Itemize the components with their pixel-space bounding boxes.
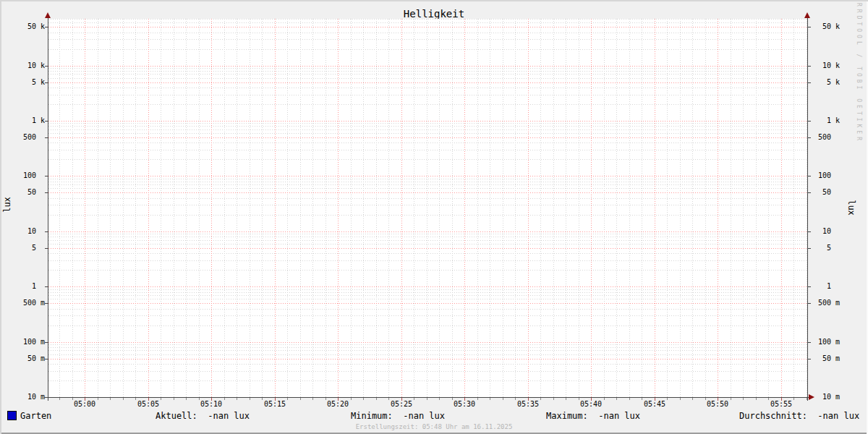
y-axis-tick-right [808, 359, 811, 359]
gridline-major-v [464, 19, 465, 397]
gridline-major-h [48, 248, 808, 249]
x-axis-minor-tick [135, 398, 136, 400]
gridline-major-h [48, 121, 808, 122]
y-tick-label-right: 500 m [818, 299, 840, 307]
gridline-minor-h [48, 22, 808, 23]
gridline-minor-v [59, 19, 60, 397]
gridline-minor-h [48, 350, 808, 351]
x-axis-minor-tick [540, 398, 541, 400]
gridline-minor-v [300, 19, 301, 397]
gridline-minor-h [48, 68, 808, 69]
gridline-minor-v [414, 19, 414, 397]
gridline-minor-v [616, 19, 617, 397]
gridline-minor-v [237, 19, 237, 397]
y-tick-label-left: 500 m [23, 299, 45, 307]
x-axis-minor-tick [186, 398, 187, 400]
x-axis-minor-tick [768, 398, 769, 400]
y-tick-label-left: 10 m [23, 393, 45, 401]
gridline-minor-h [48, 179, 808, 179]
x-axis-minor-tick [553, 398, 554, 400]
x-tick-label: 05:25 [390, 400, 413, 409]
y-tick-label-right: 1 k [818, 116, 840, 125]
x-tick-label: 05:10 [200, 400, 223, 409]
y-axis-line-right [807, 14, 808, 401]
y-axis-tick-right [808, 303, 811, 304]
x-axis-minor-tick [793, 398, 794, 400]
x-axis-minor-tick [642, 398, 642, 400]
gridline-minor-h [48, 354, 808, 355]
y-tick-label-left: 50 m [23, 354, 45, 363]
y-tick-label-right: 10 k [818, 61, 840, 70]
gridline-minor-h [48, 237, 808, 237]
x-axis-minor-tick [616, 398, 617, 400]
y-tick-label-left: 500 [23, 133, 45, 142]
x-tick-label: 05:00 [73, 400, 96, 409]
gridline-minor-v [72, 19, 73, 397]
gridline-minor-v [351, 19, 352, 397]
x-tick-label: 05:40 [579, 400, 603, 409]
stat-aktuell: Aktuell: -nan lux [156, 411, 250, 421]
gridline-minor-v [110, 19, 111, 397]
gridline-minor-h [48, 74, 808, 75]
x-axis-minor-tick [376, 398, 377, 400]
stat-durchschnitt: Durchschnitt: -nan lux [739, 411, 859, 421]
x-axis-minor-tick [515, 398, 516, 400]
gridline-minor-h [48, 244, 808, 244]
gridline-major-v [591, 19, 592, 397]
x-tick-label: 05:55 [770, 400, 793, 409]
gridline-major-h [48, 342, 808, 343]
x-axis-minor-tick [250, 398, 250, 400]
y-tick-label-right: 5 k [818, 78, 840, 87]
gridline-minor-h [48, 380, 808, 381]
y-axis-tick-right [808, 342, 811, 343]
x-axis-minor-tick [59, 398, 60, 400]
gridline-minor-h [48, 129, 808, 130]
gridline-minor-h [48, 104, 808, 105]
gridline-minor-v [793, 19, 794, 397]
y-axis-tick-right [808, 286, 811, 287]
gridline-major-v [401, 19, 402, 397]
gridline-minor-v [680, 19, 681, 397]
x-axis-minor-tick [287, 398, 288, 400]
gridline-major-h [48, 27, 808, 27]
y-tick-label-left: 1 [23, 282, 45, 291]
gridline-minor-v [503, 19, 503, 397]
x-tick-label: 05:35 [516, 400, 540, 409]
gridline-major-v [211, 19, 212, 397]
gridline-major-v [655, 19, 655, 397]
x-axis-minor-tick [566, 398, 566, 400]
gridline-major-v [275, 19, 276, 397]
gridline-major-v [781, 19, 782, 397]
x-axis-minor-tick [312, 398, 313, 400]
y-axis-arrow-right-icon [804, 12, 810, 18]
gridline-minor-h [48, 188, 808, 189]
x-axis-minor-tick [237, 398, 237, 400]
gridline-minor-v [731, 19, 731, 397]
x-axis-line [44, 397, 809, 398]
gridline-minor-v [388, 19, 389, 397]
gridline-minor-v [604, 19, 605, 397]
gridline-minor-h [48, 344, 808, 345]
gridline-minor-v [540, 19, 541, 397]
gridline-minor-v [174, 19, 174, 397]
gridline-minor-v [692, 19, 693, 397]
x-axis-minor-tick [388, 398, 389, 400]
gridline-minor-h [48, 292, 808, 293]
x-axis-minor-tick [692, 398, 693, 400]
chart-title: Helligkeit [0, 8, 868, 20]
x-axis-minor-tick [680, 398, 681, 400]
gridline-minor-v [705, 19, 706, 397]
y-tick-label-left: 50 k [23, 22, 45, 31]
x-tick-label: 05:20 [326, 400, 349, 409]
y-axis-tick-right [808, 121, 811, 122]
gridline-minor-v [326, 19, 326, 397]
y-tick-label-right: 10 m [818, 393, 840, 401]
gridline-minor-v [642, 19, 642, 397]
legend-swatch-garten [7, 411, 17, 420]
gridline-minor-h [48, 364, 808, 365]
gridline-minor-v [312, 19, 313, 397]
gridline-minor-h [48, 19, 808, 20]
plot-canvas [48, 19, 808, 397]
gridline-minor-h [48, 33, 808, 33]
gridline-minor-h [48, 78, 808, 79]
